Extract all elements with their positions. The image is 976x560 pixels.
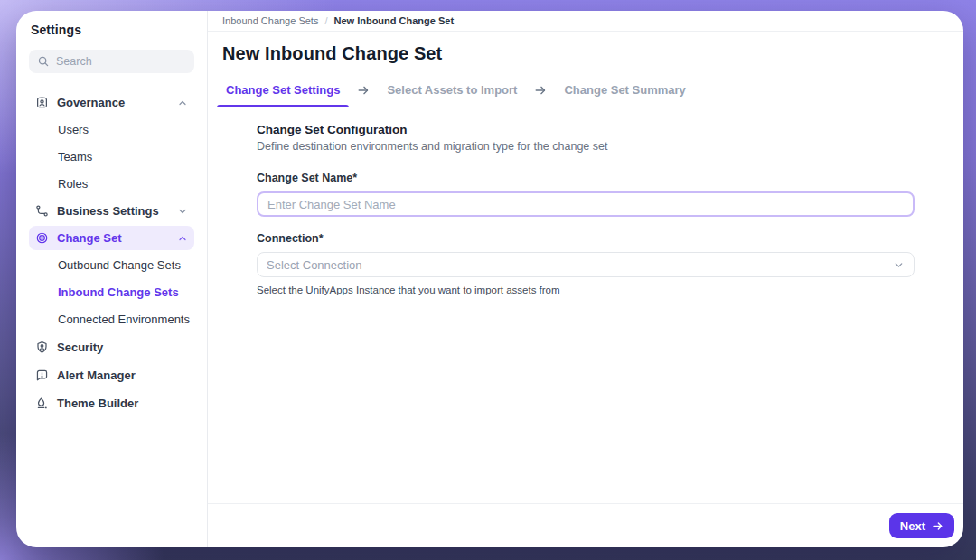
sidebar-item-label: Change Set [57, 231, 122, 245]
sidebar-item-outbound-change-sets[interactable]: Outbound Change Sets [29, 253, 194, 277]
breadcrumb-separator: / [324, 15, 327, 26]
page-content: New Inbound Change Set Change Set Settin… [208, 32, 963, 503]
connection-select-placeholder: Select Connection [267, 258, 362, 272]
sidebar-item-label: Connected Environments [58, 313, 190, 326]
paint-droplet-icon [35, 397, 49, 410]
sidebar-item-label: Alert Manager [57, 369, 136, 382]
change-set-name-input[interactable] [257, 191, 915, 217]
sidebar-item-users[interactable]: Users [29, 117, 194, 142]
desktop-background: Settings Governance Users [0, 0, 976, 560]
breadcrumb-current: New Inbound Change Set [333, 15, 454, 26]
alert-message-icon [35, 369, 49, 382]
search-field[interactable] [56, 55, 186, 68]
id-badge-icon [35, 96, 49, 109]
route-icon [35, 204, 49, 218]
arrow-right-icon [357, 84, 370, 97]
breadcrumb: Inbound Change Sets / New Inbound Change… [208, 11, 963, 32]
arrow-right-icon [534, 84, 547, 97]
chevron-up-icon [177, 98, 188, 108]
sidebar-item-label: Inbound Change Sets [58, 285, 179, 299]
connection-helper-text: Select the UnifyApps Instance that you w… [257, 285, 915, 295]
tab-change-set-settings[interactable]: Change Set Settings [222, 81, 343, 107]
sidebar-item-alert-manager[interactable]: Alert Manager [29, 363, 194, 387]
sidebar: Settings Governance Users [16, 11, 208, 547]
tab-select-assets-to-import[interactable]: Select Assets to Import [383, 81, 521, 107]
sidebar-item-label: Users [58, 123, 89, 136]
sidebar-item-security[interactable]: Security [29, 335, 194, 359]
sidebar-item-governance[interactable]: Governance [29, 90, 194, 115]
breadcrumb-parent[interactable]: Inbound Change Sets [222, 15, 318, 26]
sidebar-item-label: Teams [58, 150, 92, 163]
sidebar-title: Settings [31, 23, 192, 37]
chevron-down-icon [893, 259, 905, 271]
sidebar-item-change-set[interactable]: Change Set [29, 226, 194, 250]
sidebar-item-teams[interactable]: Teams [29, 145, 194, 169]
next-button[interactable]: Next [889, 513, 954, 538]
change-set-name-label: Change Set Name* [257, 172, 915, 184]
shield-icon [35, 341, 49, 354]
arrow-right-icon [932, 520, 943, 532]
settings-window: Settings Governance Users [16, 11, 963, 547]
next-button-label: Next [900, 519, 925, 533]
sidebar-item-label: Security [57, 341, 103, 354]
connection-select[interactable]: Select Connection [257, 252, 915, 277]
chevron-up-icon [177, 233, 188, 244]
sidebar-item-label: Roles [58, 177, 88, 191]
section-subtitle: Define destination environments and migr… [257, 140, 915, 153]
tab-change-set-summary[interactable]: Change Set Summary [560, 81, 689, 107]
target-icon [35, 231, 49, 245]
sidebar-item-theme-builder[interactable]: Theme Builder [29, 391, 194, 415]
section-title: Change Set Configuration [257, 123, 915, 136]
sidebar-nav: Governance Users Teams Roles Business Se… [29, 90, 194, 418]
sidebar-item-label: Governance [57, 96, 125, 109]
sidebar-item-label: Business Settings [57, 204, 159, 218]
stepper: Change Set Settings Select Assets to Imp… [208, 81, 963, 107]
search-icon [37, 55, 50, 68]
sidebar-item-roles[interactable]: Roles [29, 172, 194, 196]
sidebar-item-inbound-change-sets[interactable]: Inbound Change Sets [29, 280, 194, 304]
page-title: New Inbound Change Set [222, 43, 949, 64]
sidebar-item-business-settings[interactable]: Business Settings [29, 199, 194, 223]
sidebar-item-label: Theme Builder [57, 397, 138, 410]
wizard-footer: Next [208, 503, 963, 547]
sidebar-item-connected-environments[interactable]: Connected Environments [29, 307, 194, 331]
chevron-down-icon [177, 206, 188, 217]
change-set-form: Change Set Configuration Define destinat… [257, 123, 915, 295]
search-input[interactable] [29, 50, 194, 73]
main-panel: Inbound Change Sets / New Inbound Change… [208, 11, 963, 547]
sidebar-item-label: Outbound Change Sets [58, 258, 181, 272]
connection-label: Connection* [257, 232, 915, 245]
